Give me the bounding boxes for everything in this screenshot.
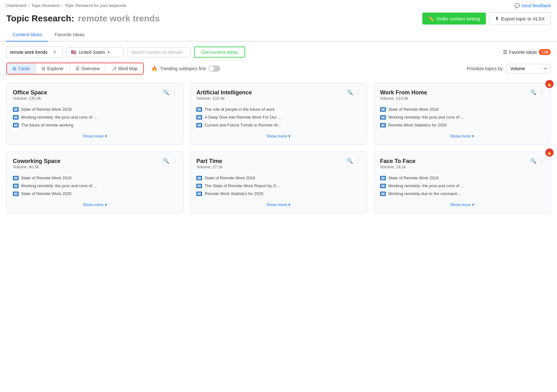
chevron-down-icon: ▾ [472,134,474,138]
chevron-down-icon: ▾ [288,134,290,138]
send-feedback-button[interactable]: 💬 Send feedback [515,3,551,8]
article-icon [13,192,19,196]
more-icon[interactable]: ⋮ [172,158,177,164]
cards-grid: Office Space Volume: 135.0k 🔍 ⋮ State of… [0,80,557,220]
country-select[interactable]: 🇺🇸 United States ▾ [67,47,123,57]
card-item: State of Remote Work 2019 [196,176,360,180]
export-button[interactable]: ⬆ Export topic to XLSX [489,12,551,25]
search-icon[interactable]: 🔍 [347,89,353,95]
card-item: State of Remote Work 2019 [380,107,544,112]
tab-favorite-ideas[interactable]: Favorite Ideas [48,28,91,42]
card-item: Working remotely: the pros and cons of .… [380,115,544,120]
card-card-5: Part Time Volume: 27.1k 🔍 ⋮ State of Rem… [190,151,367,214]
card-items: State of Remote Work 2019 Working remote… [13,107,177,127]
show-more-button[interactable]: Show more ▾ [196,201,360,207]
card-title: Face To Face [380,158,416,165]
view-tab-mindmap[interactable]: ⎇ Mind Map [106,63,143,74]
card-item: State of Remote Work 2020 [13,191,177,196]
view-tab-overview[interactable]: ☰ Overview [70,63,106,74]
flag-icon: 🇺🇸 [71,50,76,55]
more-icon[interactable]: ⋮ [356,89,361,95]
breadcrumb-topic-research[interactable]: Topic Research [31,3,60,8]
show-more-button[interactable]: Show more ▾ [196,132,360,138]
overview-icon: ☰ [76,66,80,71]
card-volume: Volume: 135.0k [13,96,47,101]
card-actions: 🔍 ⋮ [530,89,544,95]
card-volume: Volume: 110.0k [380,96,427,101]
card-item: Working remotely due to the coronavir... [380,191,544,196]
search-icon[interactable]: 🔍 [530,89,537,95]
chevron-down-icon: ▾ [105,134,107,138]
article-icon [380,115,386,120]
article-icon [13,176,19,180]
more-icon[interactable]: ⋮ [539,89,544,95]
more-icon[interactable]: ⋮ [539,158,544,164]
card-item: Working remotely: the pros and cons of .… [13,183,177,188]
explorer-icon: ⊟ [42,66,45,71]
card-header: Work From Home Volume: 110.0k 🔍 ⋮ [380,89,544,106]
view-controls: ⊞ Cards ⊟ Explorer ☰ Overview ⎇ Mind Map… [0,63,557,80]
trending-toggle-switch[interactable] [208,65,220,72]
top-bar: Topic Research: remote work trends ✏️ Or… [0,11,557,28]
card-card-1: Office Space Volume: 135.0k 🔍 ⋮ State of… [6,83,183,145]
card-card-3: 🔥 Work From Home Volume: 110.0k 🔍 ⋮ Stat… [374,83,551,145]
article-icon [13,107,19,112]
card-items: State of Remote Work 2019 The State of R… [196,176,360,196]
card-actions: 🔍 ⋮ [163,158,177,164]
card-items: State of Remote Work 2019 Working remote… [13,176,177,196]
favorite-ideas-pill[interactable]: ☰ Favorite Ideas 118 [503,49,551,55]
card-card-6: 🔥 Face To Face Volume: 18.1k 🔍 ⋮ State o… [374,151,551,214]
article-icon [380,192,386,196]
card-item: The State of Remote Work Report by O... [196,183,360,188]
show-more-button[interactable]: Show more ▾ [13,132,177,138]
article-icon [13,115,19,120]
domain-search-input[interactable] [127,47,190,57]
card-volume: Volume: 40.5k [13,165,60,169]
top-actions: ✏️ Order content writing ⬆ Export topic … [422,12,551,25]
show-more-button[interactable]: Show more ▾ [380,201,544,207]
get-content-ideas-button[interactable]: Get content ideas [194,47,245,58]
prioritize-group: Prioritize topics by: Volume Efficiency … [467,64,551,73]
card-header: Coworking Space Volume: 40.5k 🔍 ⋮ [13,158,177,174]
breadcrumb-dashboard[interactable]: Dashboard [6,3,26,8]
card-actions: 🔍 ⋮ [163,89,177,95]
trending-badge: 🔥 [545,148,554,157]
show-more-button[interactable]: Show more ▾ [13,201,177,207]
card-item: Remote Work Statistics for 2020 [196,191,360,196]
main-tabs: Content Ideas Favorite Ideas [0,28,557,42]
card-title: Coworking Space [13,158,60,165]
clear-keyword-icon[interactable]: ✕ [53,49,57,55]
card-actions: 🔍 ⋮ [347,89,361,95]
search-icon[interactable]: 🔍 [530,158,537,164]
more-icon[interactable]: ⋮ [356,158,361,164]
search-icon[interactable]: 🔍 [347,158,353,164]
keyword-search-wrapper: ✕ [6,47,63,58]
more-icon[interactable]: ⋮ [172,89,177,95]
card-items: State of Remote Work 2019 Working remote… [380,176,544,196]
search-icon[interactable]: 🔍 [163,158,169,164]
order-content-button[interactable]: ✏️ Order content writing [422,13,486,25]
article-icon [196,184,202,188]
view-tab-explorer[interactable]: ⊟ Explorer [36,63,70,74]
article-icon [196,107,202,112]
card-title: Part Time [196,158,222,165]
search-icon[interactable]: 🔍 [163,89,169,95]
cards-icon: ⊞ [13,66,16,71]
show-more-button[interactable]: Show more ▾ [380,132,544,138]
filters-bar: ✕ 🇺🇸 United States ▾ Get content ideas ☰… [0,42,557,63]
card-item: Current and Future Trends in Remote W... [196,123,360,127]
card-item: The role of people in the future of work [196,107,360,112]
view-tab-cards[interactable]: ⊞ Cards [7,63,36,74]
keyword-input[interactable] [10,50,51,55]
article-icon [196,115,202,120]
export-icon: ⬆ [495,16,499,21]
card-items: State of Remote Work 2019 Working remote… [380,107,544,127]
priority-select[interactable]: Volume Efficiency Topic Efficiency [506,64,551,73]
card-item: State of Remote Work 2019 [13,107,177,112]
card-title: Artificial Intelligence [196,89,252,96]
breadcrumb-current: Topic Research for your keywords [65,3,127,8]
tab-content-ideas[interactable]: Content Ideas [6,28,48,42]
article-icon [196,176,202,180]
mindmap-icon: ⎇ [111,66,116,71]
feedback-icon: 💬 [515,3,520,8]
